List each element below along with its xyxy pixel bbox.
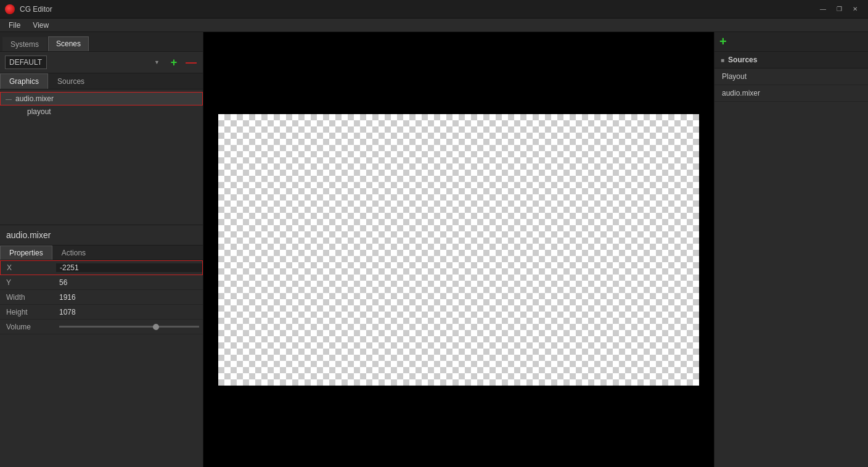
add-source-button[interactable]: + [719, 35, 727, 49]
tab-scenes[interactable]: Scenes [48, 36, 89, 51]
menu-file[interactable]: File [2, 20, 27, 31]
tab-properties[interactable]: Properties [0, 246, 52, 260]
content-tabs: Graphics Sources [0, 73, 203, 89]
prop-row-width: Width 1916 [0, 290, 203, 305]
add-scene-button[interactable]: + [167, 56, 181, 69]
collapse-icon: ■ [721, 57, 724, 64]
right-top-bar: + [714, 32, 868, 52]
volume-slider-wrap [55, 326, 203, 328]
main-layout: Systems Scenes DEFAULT + — Graphics Sour… [0, 32, 868, 467]
source-item-playout[interactable]: Playout [714, 68, 868, 85]
canvas-area [203, 32, 714, 467]
prop-row-height: Height 1078 [0, 305, 203, 320]
prop-value-y: 56 [55, 278, 203, 287]
tree-panel: — audio.mixer playout [0, 89, 203, 225]
menubar: File View [0, 19, 868, 32]
prop-tabs: Properties Actions [0, 246, 203, 260]
prop-label-height: Height [0, 308, 55, 316]
prop-value-width: 1916 [55, 293, 203, 302]
app-title: CG Editor [20, 5, 52, 14]
scene-dropdown-wrap: DEFAULT [5, 56, 163, 69]
prop-input-x[interactable] [56, 263, 202, 272]
remove-scene-button[interactable]: — [184, 56, 198, 69]
tree-item-audio-mixer[interactable]: — audio.mixer [0, 92, 203, 105]
prop-label-x: X [1, 263, 56, 272]
tab-systems[interactable]: Systems [2, 37, 47, 51]
tab-actions[interactable]: Actions [52, 246, 95, 260]
top-tabs: Systems Scenes [0, 32, 203, 52]
tree-item-label-audio-mixer: audio.mixer [15, 94, 197, 103]
prop-row-volume: Volume [0, 320, 203, 334]
prop-row-x: X [0, 260, 203, 275]
prop-label-volume: Volume [0, 323, 55, 331]
selected-item-name: audio.mixer [0, 225, 203, 246]
properties-table: X Y 56 Width 1916 Height 1078 Volume [0, 260, 203, 364]
app-icon [5, 4, 15, 14]
prop-label-width: Width [0, 293, 55, 302]
titlebar: CG Editor — ❐ ✕ [0, 0, 868, 19]
minimize-button[interactable]: — [815, 1, 831, 17]
prop-row-y: Y 56 [0, 275, 203, 290]
volume-slider[interactable] [59, 326, 199, 328]
left-bottom-area [0, 364, 203, 468]
dropdown-row: DEFAULT + — [0, 52, 203, 73]
expander-icon: — [6, 96, 14, 102]
tree-item-label-playout: playout [27, 107, 198, 116]
restore-button[interactable]: ❐ [831, 1, 847, 17]
canvas-content [218, 114, 699, 386]
prop-label-y: Y [0, 278, 55, 287]
menu-view[interactable]: View [27, 20, 55, 31]
sources-label: Sources [728, 56, 757, 64]
scene-dropdown[interactable]: DEFAULT [5, 56, 47, 69]
left-panel: Systems Scenes DEFAULT + — Graphics Sour… [0, 32, 203, 467]
right-panel: + ■ Sources Playout audio.mixer [714, 32, 868, 467]
tree-item-playout[interactable]: playout [0, 105, 203, 118]
tab-graphics[interactable]: Graphics [0, 73, 48, 89]
prop-value-height: 1078 [55, 308, 203, 316]
source-item-audio-mixer[interactable]: audio.mixer [714, 85, 868, 102]
sources-header: ■ Sources [714, 52, 868, 68]
window-controls: — ❐ ✕ [815, 1, 863, 17]
tab-sources[interactable]: Sources [48, 73, 94, 89]
close-button[interactable]: ✕ [847, 1, 863, 17]
